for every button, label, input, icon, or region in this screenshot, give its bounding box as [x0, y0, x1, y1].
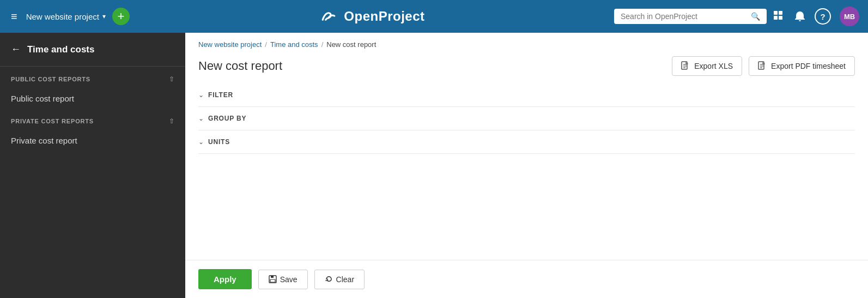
- nav-icons: ? MB: [773, 7, 859, 26]
- page-title: New cost report: [198, 59, 282, 73]
- public-cost-reports-section: PUBLIC COST REPORTS ⇧: [0, 67, 185, 88]
- search-icon: 🔍: [751, 12, 760, 21]
- export-pdf-button[interactable]: Export PDF timesheet: [749, 56, 855, 76]
- svg-rect-2: [774, 16, 778, 20]
- help-button[interactable]: ?: [815, 8, 831, 25]
- filter-label: FILTER: [208, 91, 233, 99]
- sidebar-item-private-cost-report[interactable]: Private cost report: [0, 130, 185, 151]
- save-button[interactable]: Save: [258, 270, 308, 289]
- sidebar-title: Time and costs: [27, 44, 94, 55]
- group-by-section[interactable]: ⌄ GROUP BY: [198, 107, 855, 130]
- logo: OpenProject: [136, 9, 608, 24]
- export-pdf-label: Export PDF timesheet: [771, 62, 846, 70]
- units-chevron-icon: ⌄: [198, 138, 204, 146]
- project-selector[interactable]: New website project ▾: [26, 12, 106, 21]
- export-xls-button[interactable]: Export XLS: [672, 56, 742, 76]
- breadcrumb-sep-2: /: [321, 40, 324, 49]
- sidebar-item-public-cost-report[interactable]: Public cost report: [0, 88, 185, 109]
- main-layout: ← Time and costs PUBLIC COST REPORTS ⇧ P…: [0, 33, 868, 298]
- logo-text: OpenProject: [344, 9, 424, 24]
- clear-icon: [325, 275, 333, 283]
- action-bar: Apply Save Clear: [185, 260, 868, 298]
- breadcrumb-sep-1: /: [265, 40, 267, 49]
- breadcrumb: New website project / Time and costs / N…: [185, 33, 868, 52]
- logo-icon: [319, 9, 338, 24]
- top-navigation: ≡ New website project ▾ + OpenProject 🔍 …: [0, 0, 868, 33]
- svg-rect-3: [779, 16, 782, 20]
- project-chevron-icon: ▾: [102, 13, 106, 20]
- export-pdf-icon: [758, 61, 767, 71]
- project-name-label: New website project: [26, 12, 99, 21]
- search-input[interactable]: [621, 12, 746, 21]
- private-reports-label: PRIVATE COST REPORTS: [11, 118, 94, 124]
- export-xls-icon: [681, 61, 690, 71]
- content-header: New cost report Export XLS Export PDF ti…: [185, 52, 868, 84]
- private-section-chevron-icon[interactable]: ⇧: [169, 117, 174, 125]
- group-by-chevron-icon: ⌄: [198, 115, 204, 122]
- filter-section[interactable]: ⌄ FILTER: [198, 84, 855, 107]
- search-box: 🔍: [614, 9, 767, 24]
- save-label: Save: [280, 275, 298, 284]
- user-avatar[interactable]: MB: [840, 7, 859, 26]
- units-label: UNITS: [208, 138, 230, 146]
- group-by-label: GROUP BY: [208, 115, 246, 122]
- export-xls-label: Export XLS: [694, 62, 733, 70]
- content-body: ⌄ FILTER ⌄ GROUP BY ⌄ UNITS: [185, 84, 868, 260]
- svg-rect-13: [271, 276, 274, 278]
- filter-chevron-icon: ⌄: [198, 91, 204, 99]
- breadcrumb-section[interactable]: Time and costs: [270, 40, 318, 49]
- svg-rect-0: [774, 11, 778, 15]
- grid-icon[interactable]: [773, 10, 785, 22]
- public-reports-label: PUBLIC COST REPORTS: [11, 76, 90, 82]
- apply-button[interactable]: Apply: [198, 269, 252, 289]
- bell-icon[interactable]: [794, 10, 806, 22]
- main-content: New website project / Time and costs / N…: [185, 33, 868, 298]
- add-button[interactable]: +: [112, 8, 130, 25]
- sidebar-back-button[interactable]: ←: [11, 44, 21, 55]
- breadcrumb-project[interactable]: New website project: [198, 40, 262, 49]
- clear-label: Clear: [336, 275, 354, 284]
- header-actions: Export XLS Export PDF timesheet: [672, 56, 855, 76]
- svg-rect-14: [270, 279, 275, 282]
- private-cost-reports-section: PRIVATE COST REPORTS ⇧: [0, 109, 185, 130]
- sidebar: ← Time and costs PUBLIC COST REPORTS ⇧ P…: [0, 33, 185, 298]
- save-icon: [269, 275, 277, 283]
- units-section[interactable]: ⌄ UNITS: [198, 130, 855, 154]
- public-section-chevron-icon[interactable]: ⇧: [169, 75, 174, 83]
- clear-button[interactable]: Clear: [314, 270, 365, 289]
- breadcrumb-current: New cost report: [326, 40, 376, 49]
- sidebar-header: ← Time and costs: [0, 33, 185, 67]
- svg-rect-1: [779, 11, 782, 15]
- hamburger-icon[interactable]: ≡: [9, 8, 20, 25]
